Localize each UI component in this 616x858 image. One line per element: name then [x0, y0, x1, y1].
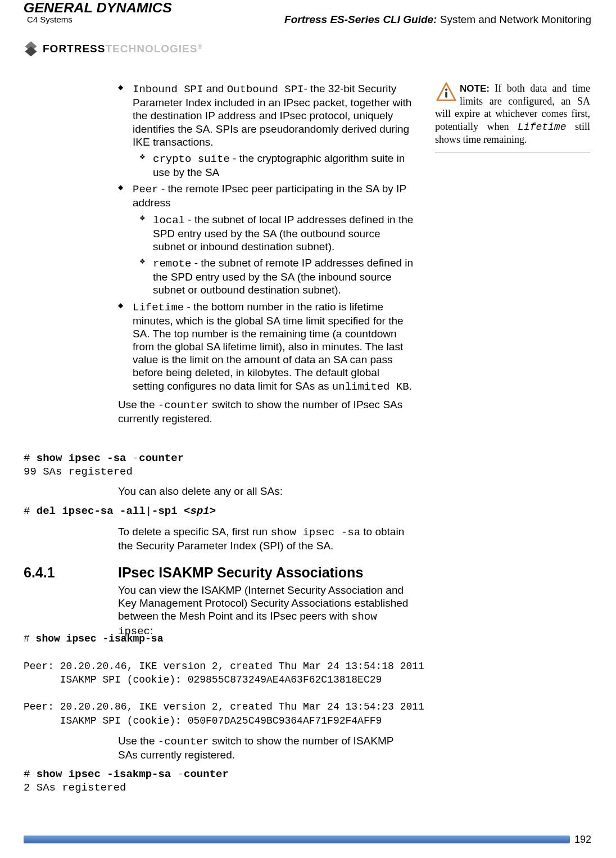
section-number: 6.4.1 — [24, 565, 55, 581]
codeblock-del-ipsec-sa: # del ipsec-sa -all|-spi <spi> — [24, 505, 216, 518]
note-label: NOTE: — [460, 83, 490, 94]
info-icon — [435, 82, 458, 102]
fortress-word2: TECHNOLOGIES — [105, 43, 197, 55]
main-content: Inbound SPI and Outbound SPI- the 32-bit… — [118, 82, 414, 430]
sub-bullet-remote: remote - the subnet of remote IP address… — [153, 256, 414, 297]
sub-bullet-local: local - the subnet of local IP addresses… — [153, 213, 414, 254]
bullet-inbound-spi: Inbound SPI and Outbound SPI- the 32-bit… — [133, 82, 414, 148]
fortress-icon — [22, 40, 39, 57]
side-note: NOTE: If both data and time limits are c… — [435, 82, 590, 152]
bullet-peer: Peer - the remote IPsec peer participati… — [133, 182, 414, 209]
logo-fortress: FORTRESSTECHNOLOGIES® — [22, 40, 202, 57]
guide-title-italic: Fortress ES-Series CLI Guide: — [284, 13, 437, 25]
section-title: IPsec ISAKMP Security Associations — [118, 565, 363, 581]
codeblock-show-ipsec-sa-counter: # show ipsec -sa -counter 99 SAs registe… — [24, 452, 184, 479]
codeblock-show-isakmp-sa: # show ipsec -isakmp-sa Peer: 20.20.20.4… — [24, 632, 424, 728]
page: GENERAL DYNAMICS C4 Systems Fortress ES-… — [0, 0, 616, 858]
page-number: 192 — [574, 834, 591, 846]
header-guide-title: Fortress ES-Series CLI Guide: System and… — [284, 13, 591, 26]
para-use-counter-sa: Use the -counter switch to show the numb… — [118, 398, 414, 425]
footer-bar — [24, 836, 570, 843]
gd-main-text: GENERAL DYNAMICS — [24, 0, 172, 16]
guide-title-rest: System and Network Monitoring — [437, 13, 591, 25]
logo-general-dynamics: GENERAL DYNAMICS C4 Systems — [27, 0, 169, 24]
fortress-wordmark: FORTRESSTECHNOLOGIES® — [43, 43, 202, 55]
fortress-word1: FORTRESS — [43, 43, 105, 55]
para-delete-specific-sa: To delete a specific SA, first run show … — [118, 525, 414, 552]
sub-bullet-crypto-suite: crypto suite - the cryptographic algorit… — [153, 152, 414, 179]
para-use-counter-isakmp: Use the -counter switch to show the numb… — [118, 734, 414, 761]
codeblock-show-isakmp-sa-counter: # show ipsec -isakmp-sa -counter 2 SAs r… — [24, 768, 229, 795]
svg-point-3 — [445, 88, 447, 91]
para-isakmp-intro: You can view the ISAKMP (Internet Securi… — [118, 584, 414, 638]
gd-sub-text: C4 Systems — [27, 15, 169, 24]
bullet-lifetime: Lifetime - the bottom number in the rati… — [133, 300, 414, 394]
svg-rect-4 — [445, 92, 447, 98]
para-delete-sas: You can also delete any or all SAs: — [118, 485, 414, 498]
